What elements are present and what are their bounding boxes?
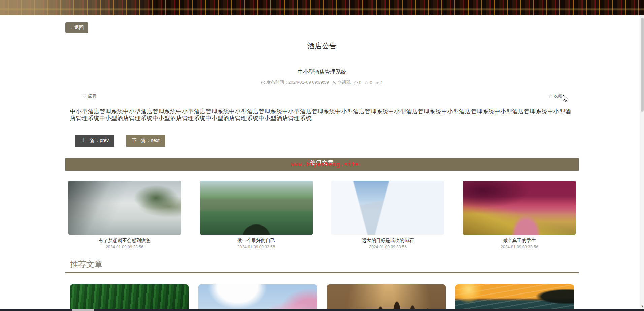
heart-outline-icon: ♡ bbox=[82, 93, 87, 99]
stone-arch-bridge-photo[interactable] bbox=[200, 181, 313, 235]
misty-mountain-pine-photo[interactable] bbox=[68, 181, 181, 235]
user-icon bbox=[332, 80, 336, 85]
ocean-sunset-photo[interactable] bbox=[455, 284, 574, 311]
hot-articles-list: 有了梦想就不会感到疲惫 2024-01-09 09:33:56 做一个最好的自己… bbox=[65, 181, 579, 249]
snowy-mountains-photo[interactable] bbox=[331, 181, 444, 235]
hot-article-card[interactable]: 有了梦想就不会感到疲惫 2024-01-09 09:33:56 bbox=[68, 181, 181, 249]
article-body: 中小型酒店管理系统中小型酒店管理系统中小型酒店管理系统中小型酒店管理系统中小型酒… bbox=[65, 108, 579, 122]
hot-article-title[interactable]: 有了梦想就不会感到疲惫 bbox=[68, 238, 181, 244]
article-nav: 上一篇：prev 下一篇：next bbox=[65, 135, 579, 147]
publish-time: 发布时间：2024-01-09 09:39:59 bbox=[261, 79, 329, 85]
hot-article-date: 2024-01-09 09:33:56 bbox=[463, 245, 576, 249]
content-container: ←返回 酒店公告 中小型酒店管理系统 发布时间：2024-01-09 09:39… bbox=[65, 15, 579, 311]
page-viewport: ←返回 酒店公告 中小型酒店管理系统 发布时间：2024-01-09 09:39… bbox=[0, 0, 644, 311]
star-count: ☆ 0 bbox=[364, 80, 372, 85]
mount-fuji-cherry-blossom-photo[interactable] bbox=[198, 284, 317, 311]
hot-articles-banner: 热门文章 www.biyesheng.site bbox=[65, 158, 579, 171]
page-title: 酒店公告 bbox=[65, 41, 579, 51]
hot-article-date: 2024-01-09 09:33:56 bbox=[68, 245, 181, 249]
hot-article-title[interactable]: 做个真正的学生 bbox=[463, 238, 576, 244]
back-button[interactable]: ←返回 bbox=[65, 22, 88, 33]
clock-icon bbox=[261, 80, 265, 85]
recommend-articles-list bbox=[65, 284, 579, 311]
taskbar-edge-highlight bbox=[72, 309, 94, 311]
prev-article-button[interactable]: 上一篇：prev bbox=[75, 135, 114, 147]
like-button[interactable]: ♡ 点赞 bbox=[82, 93, 97, 99]
recommend-divider bbox=[65, 272, 579, 273]
hot-article-card[interactable]: 做一个最好的自己 2024-01-09 09:33:56 bbox=[200, 181, 313, 249]
autumn-red-trees-path-photo[interactable] bbox=[463, 181, 576, 235]
hot-article-title[interactable]: 做一个最好的自己 bbox=[200, 238, 313, 244]
green-forest-photo[interactable] bbox=[70, 284, 189, 311]
hikers-mountain-photo[interactable] bbox=[327, 284, 446, 311]
favorite-button[interactable]: ☆ 收藏 bbox=[548, 93, 562, 99]
site-watermark: www.biyesheng.site bbox=[68, 161, 582, 168]
article-meta: 发布时间：2024-01-09 09:39:59 李凯凯 0 ☆ 0 1 bbox=[65, 79, 579, 85]
next-article-button[interactable]: 下一篇：next bbox=[126, 135, 165, 147]
hot-article-card[interactable]: 做个真正的学生 2024-01-09 09:33:56 bbox=[463, 181, 576, 249]
star-icon: ☆ bbox=[364, 80, 369, 85]
star-outline-icon: ☆ bbox=[548, 93, 552, 99]
author: 李凯凯 bbox=[332, 79, 351, 85]
vertical-scrollbar[interactable]: ▼ bbox=[640, 15, 644, 309]
document-icon bbox=[375, 80, 380, 85]
scrollbar-down-button[interactable]: ▼ bbox=[640, 304, 644, 309]
scrollbar-thumb[interactable] bbox=[641, 18, 644, 112]
view-count: 1 bbox=[375, 80, 383, 85]
taskbar-edge bbox=[0, 309, 644, 311]
hotel-facade-banner-image bbox=[0, 0, 644, 15]
thumbs-up-icon bbox=[354, 80, 358, 85]
hot-article-date: 2024-01-09 09:33:56 bbox=[331, 245, 444, 249]
hot-article-title[interactable]: 远大的目标是成功的磁石 bbox=[331, 238, 444, 244]
article-subtitle: 中小型酒店管理系统 bbox=[65, 69, 579, 76]
recommend-articles-heading: 推荐文章 bbox=[65, 259, 579, 270]
like-count: 0 bbox=[354, 80, 361, 85]
article-actions: ♡ 点赞 ☆ 收藏 bbox=[65, 93, 579, 99]
hot-article-date: 2024-01-09 09:33:56 bbox=[200, 245, 313, 249]
hot-article-card[interactable]: 远大的目标是成功的磁石 2024-01-09 09:33:56 bbox=[331, 181, 444, 249]
